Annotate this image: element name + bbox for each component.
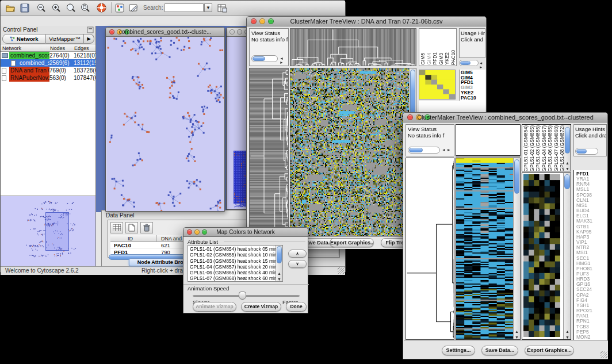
tv1-button-export-graphics[interactable]: Export Graphics...	[330, 238, 374, 247]
attribute-list-vscrollbar[interactable]: ▲ ▼	[276, 246, 282, 281]
tv2-heatmap-vscrollbar[interactable]: ▲ ▼	[513, 158, 520, 339]
tv2-status-scroll-arrows[interactable]: ◄ ►	[442, 148, 451, 152]
zoom-actual-icon[interactable]	[80, 3, 90, 13]
delete-attr-button[interactable]	[140, 222, 153, 233]
network-table-rows: combined_scores2764(0)16218(0)combined_s…	[1, 52, 95, 82]
network-row-edges: 183728(0)	[74, 67, 95, 74]
zoom-out-icon[interactable]	[36, 3, 47, 13]
tv1-column-label[interactable]: YKE2	[445, 52, 450, 65]
tv2-column-label[interactable]: GPL51-01 (GSM854)	[523, 125, 529, 171]
resize-grip[interactable]	[338, 267, 345, 274]
done-button[interactable]: Done	[286, 302, 307, 312]
attribute-list-item[interactable]: GPL51-02 (GSM855) heat shock 10 min	[189, 252, 275, 258]
network-row[interactable]: DNA and Tran 07769(0)183728(0)	[1, 67, 95, 74]
tv2-zoom-heatmap-panel[interactable]: ▲ ▼	[522, 173, 571, 340]
search-input[interactable]	[165, 3, 204, 12]
tv2-column-label[interactable]: GPL51-02 (GSM855)	[530, 125, 536, 171]
treeview2-window: ClusterMaker TreeView : combined_scores_…	[403, 112, 608, 359]
network-row-edges: 16218(0)	[74, 52, 95, 59]
resize-grip[interactable]	[600, 351, 607, 358]
tv2-heatmap[interactable]: ▲ ▼	[456, 158, 521, 340]
zoom-selected-icon[interactable]	[66, 3, 76, 13]
table-icon[interactable]	[217, 3, 227, 13]
network-row[interactable]: RNAPuberNov2+563(0)107847(0)	[1, 74, 95, 82]
tv2-column-label[interactable]: GPL51-06 (GSM865)	[548, 125, 553, 171]
tv1-column-label[interactable]: PFD1	[433, 52, 438, 65]
tv2-column-label[interactable]: GPL51-04 (GSM857)	[542, 125, 548, 171]
move-up-button[interactable]: ∧	[288, 250, 307, 258]
speed-slider-track[interactable]	[193, 295, 300, 297]
tv1-column-label[interactable]: GIM5	[420, 53, 426, 65]
network-row-edges: 107847(0)	[74, 74, 95, 82]
tv2-usage-hints-title: Usage Hints	[575, 126, 606, 132]
tv2-row-dendrogram[interactable]	[406, 158, 454, 340]
new-attr-button[interactable]	[125, 222, 138, 233]
animation-speed-label: Animation Speed	[188, 285, 229, 292]
trash-icon	[143, 224, 150, 232]
tv1-column-label[interactable]: GIM4	[427, 53, 433, 65]
create-vizmap-button[interactable]: Create Vizmap	[241, 302, 281, 312]
attribute-list-item[interactable]: GPL51-06 (GSM865) heat shock 40 min	[189, 270, 275, 275]
tv2-button-settings[interactable]: Settings...	[442, 346, 475, 355]
attribute-listbox[interactable]: GPL51-01 (GSM854) heat shock 05 minGPL51…	[188, 245, 283, 282]
tv2-button-export-graphics[interactable]: Export Graphics...	[525, 346, 574, 355]
tv1-column-label[interactable]: GIM3	[439, 53, 445, 65]
tab-vizmapper[interactable]: VizMapper™	[46, 34, 84, 44]
gene-label[interactable]: MON2	[576, 335, 607, 340]
tv1-heatmap[interactable]: ▲ ▼	[290, 68, 416, 236]
speed-slider-thumb[interactable]	[239, 292, 246, 300]
attr-table-button[interactable]	[110, 222, 123, 233]
tv1-column-labels: GIM5GIM4PFD1GIM3YKE2PAC10	[419, 28, 457, 66]
attribute-list-item[interactable]: GPL51-03 (GSM856) heat shock 15 min	[189, 258, 275, 264]
tv2-column-label[interactable]: GPL51-03 (GSM856)	[536, 125, 541, 171]
move-down-button[interactable]: ∨	[288, 260, 307, 268]
tv1-selected-matrix[interactable]	[419, 70, 456, 99]
network-table-header[interactable]: Network Nodes Edges	[1, 45, 95, 52]
attribute-list-item[interactable]: GPL51-07 (GSM868) heat shock 60 min	[189, 275, 275, 281]
data-panel-title: Data Panel	[106, 212, 134, 219]
tv2-zoom-vscrollbar[interactable]: ▲ ▼	[563, 173, 571, 339]
tab-network[interactable]: Network	[2, 34, 46, 44]
tv1-row-dendrogram[interactable]	[249, 68, 289, 236]
animation-group-divider	[183, 284, 309, 285]
help-icon[interactable]	[96, 2, 107, 13]
close-button[interactable]	[230, 29, 235, 35]
tv2-status-scrollbar[interactable]	[408, 147, 440, 154]
tv1-column-label[interactable]: PAC10	[451, 50, 457, 65]
animate-vizmap-button[interactable]: Animate Vizmap	[193, 302, 236, 312]
network-window-title: combined_scores_good.txt--cluste...	[106, 29, 224, 35]
minimize-button[interactable]	[237, 29, 242, 35]
network-row[interactable]: combined_scores2764(0)16218(0)	[1, 52, 95, 59]
tv1-hints-scroll-arrows[interactable]: ◄ ►	[479, 61, 486, 69]
network-row[interactable]: combined_sco2569(6)13112(15)	[1, 59, 95, 67]
attribute-list-item[interactable]: GPL51-04 (GSM857) heat shock 20 min	[189, 264, 275, 270]
tab-overflow-button[interactable]: ▶	[84, 34, 94, 44]
tv1-column-dendrogram[interactable]	[290, 28, 416, 66]
tv1-status-scroll-arrows[interactable]: ◄ ►	[280, 56, 288, 64]
search-dropdown-button[interactable]: ▼	[204, 3, 212, 12]
vizmapper-icon[interactable]	[114, 3, 125, 13]
zoom-in-icon[interactable]	[51, 3, 62, 13]
tv2-view-status-title: View Status	[408, 126, 437, 132]
tv2-hints-scrollbar[interactable]	[575, 148, 598, 155]
main-toolbar: Search: ▼	[1, 1, 345, 16]
tv1-status-scrollbar[interactable]	[251, 55, 278, 62]
network-overview[interactable]	[1, 196, 95, 266]
annotation-icon[interactable]	[128, 3, 139, 13]
tv2-gene-list[interactable]: PFD1YRA1RNR4MSL1SPC98CLN1NIS1BUD4ELG1MAK…	[573, 170, 607, 340]
network-row-edges: 13112(15)	[74, 59, 95, 67]
save-icon[interactable]	[20, 3, 30, 13]
network-canvas-1[interactable]	[106, 37, 224, 211]
tv2-collabels-vscrollbar[interactable]: ▲ ▼	[564, 125, 571, 171]
dp-col-divider	[156, 235, 157, 242]
treeview2-title: ClusterMaker TreeView : combined_scores_…	[403, 114, 607, 121]
open-icon[interactable]	[5, 3, 16, 13]
tv2-button-save-data[interactable]: Save Data...	[481, 346, 518, 355]
tv1-hints-scrollbar[interactable]	[459, 60, 479, 66]
tv2-column-label[interactable]: GPL51-07 (GSM868)	[554, 125, 560, 171]
attribute-list-item[interactable]: GPL51-01 (GSM854) heat shock 05 min	[189, 246, 275, 252]
tv1-row-label[interactable]: PAC10	[461, 95, 484, 101]
float-panel-icon[interactable]	[87, 26, 94, 33]
document-icon	[2, 75, 6, 81]
tv2-column-dendrogram[interactable]	[456, 124, 521, 156]
